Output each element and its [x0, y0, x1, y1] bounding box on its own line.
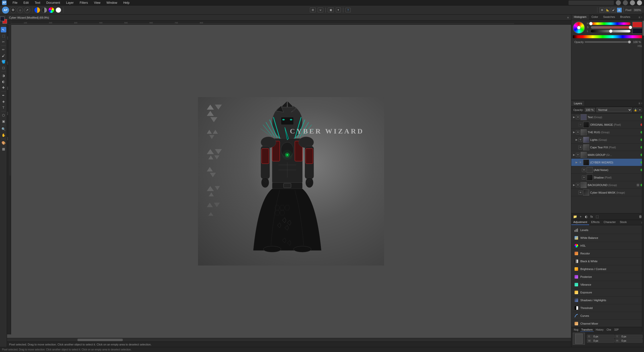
l-slider[interactable]	[591, 30, 630, 32]
tab-brushes[interactable]: Brushes	[618, 15, 633, 20]
opacity-input[interactable]	[585, 108, 595, 112]
layer-item[interactable]: 👁 ORIGINAL IMAGE (Pixel)	[571, 121, 644, 128]
menu-text[interactable]: Text	[34, 1, 41, 5]
pixel-icon[interactable]: ◉	[617, 8, 622, 13]
transform-h[interactable]: H: 0 px	[615, 339, 643, 343]
expand-icon[interactable]	[575, 191, 578, 194]
canvas-viewport[interactable]: 100 200 300 400 500 600 700 800 100	[7, 21, 571, 338]
transform-x[interactable]: X: 0 px	[587, 335, 615, 338]
add-group-btn[interactable]: 📁	[573, 214, 577, 219]
tab-channels[interactable]: Che	[606, 328, 612, 332]
moon-btn[interactable]	[42, 7, 47, 13]
adj-brightness-contrast[interactable]: Brightness / Contrast	[572, 265, 643, 273]
layer-visibility[interactable]: 👁	[576, 183, 580, 187]
adj-hsl[interactable]: HSL	[572, 242, 643, 250]
move-tool[interactable]: ↖	[1, 27, 6, 32]
layer-visibility[interactable]: 👁	[578, 191, 582, 195]
layer-item-selected[interactable]: ▶ 👁 (CYBER WIZARD)	[571, 159, 644, 166]
artwork-canvas[interactable]: CYBER WIZARD	[198, 97, 384, 266]
tab-histogram[interactable]: Histogram	[571, 15, 589, 20]
color-picker[interactable]: 🎨	[1, 140, 6, 146]
lock-icon[interactable]: 🔒	[633, 108, 637, 112]
layer-item[interactable]: 👁 Cape Tear FIX (Pixel)	[571, 144, 644, 151]
adj-recolor[interactable]: Recolor	[572, 250, 643, 257]
expand-icon[interactable]	[578, 168, 582, 172]
layer-visibility[interactable]: 👁	[576, 153, 580, 157]
brush-icon-toolbar[interactable]: 🖌	[611, 8, 616, 13]
tab-transform[interactable]: Transform	[580, 328, 594, 332]
fill-tool[interactable]: 🪣	[1, 59, 6, 64]
bg-color-swatch[interactable]	[632, 28, 642, 34]
share-icon[interactable]: ↗	[24, 7, 30, 13]
expand-icon[interactable]	[575, 146, 578, 149]
layer-visibility[interactable]: 👁	[578, 138, 582, 142]
scrollbar-thumb-h[interactable]	[77, 339, 123, 341]
expand-icon[interactable]: ▶	[575, 138, 578, 142]
adj-posterize[interactable]: Posterize	[572, 273, 643, 281]
pan-tool[interactable]: ✋	[1, 132, 6, 138]
h-slider[interactable]	[591, 22, 630, 25]
tab-layers[interactable]: Layers	[571, 101, 585, 106]
visibility-toggle[interactable]: 👁	[638, 108, 642, 112]
adj-curves[interactable]: Curves	[572, 312, 643, 320]
node-tool[interactable]: ◈	[1, 99, 6, 104]
paint-brush[interactable]: 🖌	[1, 53, 6, 58]
right-panel-scrollbar[interactable]	[642, 100, 644, 327]
menu-filters[interactable]: Filters	[79, 1, 89, 5]
color-wheel[interactable]	[573, 22, 585, 34]
s-slider[interactable]	[591, 26, 630, 29]
gradient-tool[interactable]: ▦	[1, 146, 6, 152]
burn-tool[interactable]: ◐	[1, 79, 6, 84]
half-tone-btn[interactable]	[34, 7, 40, 13]
menu-document[interactable]: Document	[45, 1, 61, 5]
hsl-mode-label[interactable]: HSL	[573, 45, 642, 48]
view-mode-btn[interactable]: ▣	[328, 8, 334, 12]
tab-swatches[interactable]: Swatches	[600, 15, 618, 20]
adj-white-balance[interactable]: White Balance	[572, 234, 643, 242]
view-options-btn[interactable]: ▾	[336, 8, 341, 12]
adj-black-white[interactable]: Black & White	[572, 257, 643, 265]
expand-icon[interactable]: ▶	[572, 183, 576, 187]
layer-item[interactable]: ▶ 👁 BACKGROUND (Group)	[571, 181, 644, 189]
home-icon[interactable]: ⌂	[17, 7, 23, 13]
expand-icon[interactable]: ▶	[575, 161, 578, 164]
canvas-horizontal-scrollbar[interactable]	[7, 338, 571, 341]
adj-vibrance[interactable]: Vibrance	[572, 281, 643, 289]
menu-help[interactable]: Help	[122, 1, 131, 5]
menu-edit[interactable]: Edit	[22, 1, 30, 5]
layer-visibility[interactable]: 👁	[576, 115, 580, 119]
layer-item[interactable]: 👁 Cyber Wizard MASK (Image)	[571, 189, 644, 196]
color-swatches[interactable]	[0, 17, 7, 24]
snap-btn[interactable]: ⊌	[318, 8, 323, 12]
white-circle-btn[interactable]	[56, 7, 61, 13]
heal-tool[interactable]: ✚	[1, 85, 6, 90]
assist-btn[interactable]: ?	[345, 8, 350, 12]
adj-channel-mixer[interactable]: Channel Mixer	[572, 320, 643, 327]
expand-icon[interactable]: ▶	[572, 115, 576, 119]
canvas-close-btn[interactable]: ×	[567, 16, 569, 20]
tab-adjustment[interactable]: Adjustment	[571, 220, 589, 225]
adj-shadows-highlights[interactable]: Shadows / Highlights	[572, 296, 643, 304]
settings-icon[interactable]: ⚙	[10, 7, 16, 13]
layer-item[interactable]: ▶ 👁 MAIN GROUP (Gr...	[571, 151, 644, 159]
tab-effects[interactable]: Effects	[589, 220, 601, 225]
layer-visibility[interactable]: 👁	[578, 145, 582, 149]
adj-threshold[interactable]: Threshold	[572, 304, 643, 312]
foreground-color[interactable]	[0, 17, 5, 21]
tab-stock[interactable]: Stock	[618, 220, 629, 225]
layer-visibility[interactable]: 👁	[578, 123, 582, 127]
layer-item[interactable]: ▶ 👁 Lights (Group)	[571, 136, 644, 144]
expand-icon[interactable]: ▶	[572, 130, 576, 134]
grid-icon[interactable]: ⊞	[599, 8, 605, 13]
ruler-icon[interactable]: 📐	[605, 8, 610, 13]
tab-color[interactable]: Color	[589, 15, 600, 20]
snap-grid-btn[interactable]: ⊞	[310, 8, 316, 12]
erase-tool[interactable]: ◻	[1, 65, 6, 70]
menu-window[interactable]: Window	[105, 1, 118, 5]
layer-visibility[interactable]: 👁	[578, 160, 582, 164]
color-spectrum-bar[interactable]	[573, 35, 642, 38]
transform-w[interactable]: W: 0 px	[587, 339, 615, 343]
expand-icon[interactable]	[575, 123, 578, 126]
fg-color-swatch[interactable]	[632, 22, 642, 27]
menu-view[interactable]: View	[93, 1, 101, 5]
